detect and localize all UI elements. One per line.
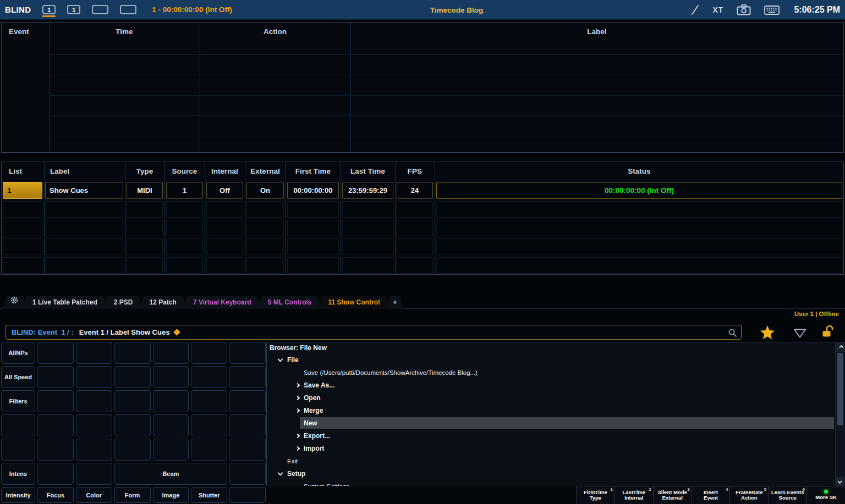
- ds-button-beam[interactable]: Beam: [114, 463, 228, 485]
- softkey-event[interactable]: 4InsertEvent: [692, 486, 730, 504]
- browser-item-save-as[interactable]: Save As...: [267, 379, 835, 391]
- virtual-keyboard-icon[interactable]: [764, 4, 780, 15]
- ds-button-blank[interactable]: [114, 342, 151, 364]
- ds-side-intens[interactable]: Intens: [1, 463, 35, 485]
- ds-side-blank[interactable]: [1, 414, 35, 436]
- ds-button-blank[interactable]: [191, 414, 227, 436]
- ds-button-blank[interactable]: [114, 414, 151, 436]
- ds-button-blank[interactable]: [114, 366, 151, 388]
- ds-button-blank[interactable]: [229, 390, 266, 412]
- monitor-tab-2[interactable]: 1: [67, 5, 80, 14]
- favorites-star-icon[interactable]: [760, 325, 775, 342]
- ds-bottom-blank[interactable]: [229, 487, 266, 503]
- softkey-internal[interactable]: 2LastTimeInternal: [614, 486, 653, 504]
- ds-button-blank[interactable]: [114, 439, 151, 461]
- tab-blank[interactable]: +: [386, 296, 404, 309]
- browser-item-export[interactable]: Export...: [267, 429, 835, 442]
- ds-button-blank[interactable]: [229, 439, 266, 461]
- ds-side-allnps[interactable]: AllNPs: [1, 342, 35, 364]
- tab-11-show-control[interactable]: 11 Show Control: [317, 296, 390, 309]
- command-line[interactable]: BLIND: Event 1 / : Event 1 / Label Show …: [6, 325, 742, 340]
- list-cell-empty: [45, 257, 123, 274]
- ds-button-blank[interactable]: [229, 366, 266, 388]
- ds-button-blank[interactable]: [153, 366, 189, 388]
- ds-button-blank[interactable]: [37, 342, 74, 364]
- ds-button-blank[interactable]: [191, 342, 227, 364]
- unlock-icon[interactable]: [821, 324, 835, 341]
- monitor-tab-3[interactable]: [92, 5, 108, 14]
- monitor-tab-4[interactable]: [120, 5, 136, 14]
- ds-button-blank[interactable]: [76, 439, 112, 461]
- list-cell-last[interactable]: 23:59:59:29: [342, 182, 393, 199]
- list-cell-list[interactable]: 1: [3, 182, 42, 199]
- ds-button-blank[interactable]: [76, 342, 112, 364]
- highlight-pen-icon[interactable]: [690, 4, 700, 16]
- ds-bottom-color[interactable]: Color: [76, 487, 112, 503]
- scrollbar-thumb[interactable]: [837, 353, 843, 425]
- search-icon[interactable]: [728, 328, 737, 340]
- list-cell-fps[interactable]: 24: [397, 182, 433, 199]
- ds-button-blank[interactable]: [153, 390, 189, 412]
- ds-bottom-image[interactable]: Image: [153, 487, 189, 503]
- filter-funnel-icon[interactable]: [793, 329, 806, 340]
- ds-side-all-speed[interactable]: All Speed: [1, 366, 35, 388]
- ds-bottom-focus[interactable]: Focus: [37, 487, 74, 503]
- ds-button-blank[interactable]: [191, 390, 227, 412]
- ds-button-blank[interactable]: [76, 390, 112, 412]
- browser-item-system-settings[interactable]: System Settings: [267, 480, 835, 486]
- list-cell-type[interactable]: MIDI: [127, 182, 163, 199]
- list-cell-status[interactable]: 00:00:00:00 (Int Off): [436, 182, 842, 199]
- browser-item-import[interactable]: Import: [267, 442, 835, 455]
- browser-item-new[interactable]: New: [267, 417, 835, 429]
- ds-button-blank[interactable]: [37, 366, 74, 388]
- browser-item-save-users-putti-documents-showarchive-t[interactable]: Save (/Users/putti/Documents/ShowArchive…: [267, 366, 835, 379]
- softkey-more-sk[interactable]: More SK: [806, 486, 845, 504]
- tab-5-ml-controls[interactable]: 5 ML Controls: [257, 296, 322, 309]
- browser-item-open[interactable]: Open: [267, 391, 835, 404]
- ds-bottom-shutter[interactable]: Shutter: [191, 487, 227, 503]
- ds-button-blank[interactable]: [229, 342, 266, 364]
- ds-bottom-form[interactable]: Form: [114, 487, 151, 503]
- ds-button-blank[interactable]: [37, 390, 74, 412]
- ds-button-blank[interactable]: [191, 439, 227, 461]
- ds-button-blank[interactable]: [153, 439, 189, 461]
- softkey-source[interactable]: 6Learn EventsSource: [768, 486, 806, 504]
- monitor-tab-1[interactable]: 1: [42, 5, 56, 14]
- ds-button-blank[interactable]: [153, 342, 189, 364]
- ds-button-blank[interactable]: [76, 463, 112, 485]
- ds-button-blank[interactable]: [229, 463, 266, 485]
- scroll-down-button[interactable]: [836, 477, 844, 486]
- tab-12-patch[interactable]: 12 Patch: [139, 296, 187, 309]
- ds-side-blank[interactable]: [1, 439, 35, 461]
- list-cell-label[interactable]: Show Cues: [45, 182, 123, 199]
- softkey-action[interactable]: 5FrameRateAction: [729, 486, 768, 504]
- tab-7-virtual-keyboard[interactable]: 7 Virtual Keyboard: [183, 296, 262, 309]
- ds-bottom-intensity[interactable]: Intensity: [1, 487, 35, 503]
- tab-2-psd[interactable]: 2 PSD: [103, 296, 144, 309]
- xt-icon[interactable]: XT: [713, 5, 724, 14]
- ds-button-blank[interactable]: [37, 439, 74, 461]
- ds-button-blank[interactable]: [191, 366, 227, 388]
- ds-button-blank[interactable]: [37, 414, 74, 436]
- browser-item-setup[interactable]: Setup: [267, 467, 835, 480]
- snapshot-camera-icon[interactable]: [737, 4, 751, 15]
- ds-button-blank[interactable]: [153, 414, 189, 436]
- browser-item-exit[interactable]: Exit: [267, 455, 835, 467]
- softkey-type[interactable]: 1FirstTimeType: [577, 486, 614, 504]
- scroll-up-button[interactable]: [836, 343, 844, 352]
- ds-button-blank[interactable]: [114, 390, 151, 412]
- ds-button-blank[interactable]: [76, 366, 112, 388]
- tab-1-live-table-patched[interactable]: 1 Live Table Patched: [22, 296, 108, 309]
- list-cell-source[interactable]: 1: [166, 182, 203, 199]
- softkey-external[interactable]: 3Silent ModeExternal: [653, 486, 692, 504]
- ds-button-blank[interactable]: [229, 414, 266, 436]
- list-cell-first[interactable]: 00:00:00:00: [287, 182, 339, 199]
- list-cell-internal[interactable]: Off: [206, 182, 243, 199]
- ds-side-filters[interactable]: Filters: [1, 390, 35, 412]
- browser-item-merge[interactable]: Merge: [267, 404, 835, 417]
- list-cell-external[interactable]: On: [246, 182, 284, 199]
- ds-button-blank[interactable]: [76, 414, 112, 436]
- ds-button-blank[interactable]: [37, 463, 74, 485]
- browser-item-file[interactable]: File: [267, 353, 835, 366]
- browser-scrollbar[interactable]: [835, 342, 845, 486]
